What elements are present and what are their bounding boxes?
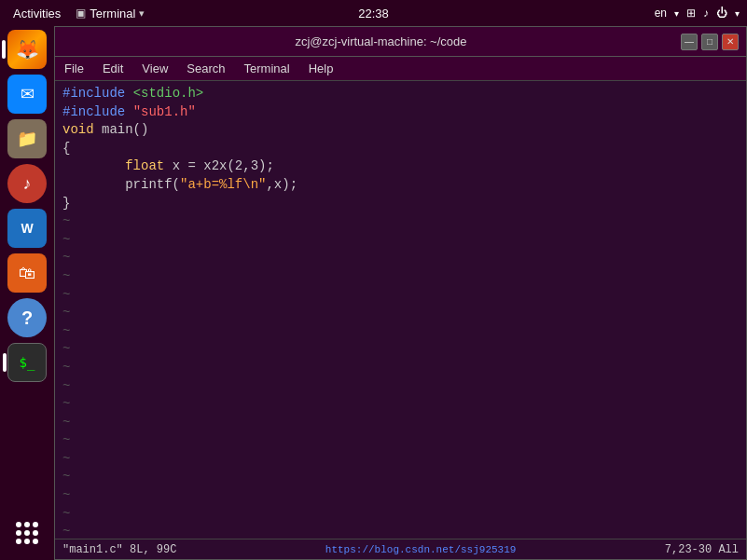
minimize-button[interactable]: — [681, 34, 698, 50]
code-line-1: #include <stdio.h> [62, 85, 739, 103]
terminal-titlebar: zcj@zcj-virtual-machine: ~/code — □ ✕ [55, 27, 746, 57]
terminal-dock-icon: $_ [20, 355, 35, 370]
close-button[interactable]: ✕ [722, 34, 739, 50]
system-bar-left: Activities ▣ Terminal ▾ [7, 5, 145, 22]
dock-item-files[interactable]: 📁 [7, 119, 47, 158]
menu-file[interactable]: File [61, 60, 88, 77]
menu-edit[interactable]: Edit [99, 60, 127, 77]
tilde-2: ~ [62, 231, 739, 250]
dock-item-appstore[interactable]: 🛍 [7, 253, 47, 293]
locale-dropdown-icon[interactable]: ▾ [674, 8, 679, 19]
dock-item-apps[interactable] [7, 513, 47, 553]
appstore-icon: 🛍 [19, 264, 35, 283]
system-bar-center: 22:38 [358, 7, 389, 20]
dock-item-writer[interactable]: W [7, 209, 47, 248]
tilde-10: ~ [62, 377, 739, 396]
dock-item-rhythmbox[interactable]: ♪ [7, 164, 47, 203]
menu-help[interactable]: Help [305, 60, 338, 77]
terminal-content[interactable]: #include <stdio.h> #include "sub1.h" voi… [55, 81, 746, 539]
menu-view[interactable]: View [138, 60, 172, 77]
dock: 🦊 ✉ 📁 ♪ W 🛍 ? $_ [0, 26, 54, 560]
help-icon: ? [21, 307, 33, 329]
tilde-7: ~ [62, 322, 739, 341]
tilde-17: ~ [62, 505, 739, 524]
tilde-14: ~ [62, 450, 739, 469]
code-line-8: } [62, 195, 739, 213]
power-icon[interactable]: ⏻ [716, 7, 727, 20]
apps-grid-icon [16, 522, 38, 544]
tilde-5: ~ [62, 286, 739, 305]
files-icon: 📁 [17, 129, 37, 149]
terminal-statusbar: "main1.c" 8L, 99C https://blog.csdn.net/… [55, 539, 746, 559]
dock-item-thunderbird[interactable]: ✉ [7, 75, 47, 114]
rhythmbox-icon: ♪ [23, 174, 32, 194]
tilde-3: ~ [62, 249, 739, 267]
locale-label[interactable]: en [655, 7, 667, 20]
tilde-11: ~ [62, 395, 739, 414]
volume-icon[interactable]: ♪ [703, 7, 709, 20]
code-line-6: float x = x2x(2,3); [62, 157, 739, 176]
system-bar-right: en ▾ ⊞ ♪ ⏻ ▾ [655, 7, 740, 20]
tilde-18: ~ [62, 523, 739, 539]
terminal-indicator: ▣ [76, 7, 86, 20]
tilde-8: ~ [62, 340, 739, 359]
tilde-13: ~ [62, 431, 739, 450]
menu-search[interactable]: Search [183, 60, 228, 77]
statusbar-position: 7,23-30 All [665, 543, 739, 556]
dock-item-firefox[interactable]: 🦊 [7, 30, 47, 69]
code-line-7: printf("a+b=%lf\n",x); [62, 176, 739, 195]
terminal-button[interactable]: Terminal [90, 7, 135, 20]
tilde-4: ~ [62, 267, 739, 286]
tilde-12: ~ [62, 414, 739, 432]
tilde-9: ~ [62, 359, 739, 377]
terminal-title: zcj@zcj-virtual-machine: ~/code [81, 34, 681, 48]
window-controls: — □ ✕ [681, 34, 739, 50]
firefox-icon: 🦊 [16, 38, 39, 61]
power-dropdown-icon[interactable]: ▾ [735, 8, 740, 19]
dock-item-help[interactable]: ? [7, 298, 47, 337]
thunderbird-icon: ✉ [21, 84, 35, 104]
main-layout: 🦊 ✉ 📁 ♪ W 🛍 ? $_ [0, 26, 747, 560]
system-time: 22:38 [358, 7, 389, 20]
statusbar-file-info: "main1.c" 8L, 99C [62, 543, 176, 556]
system-bar: Activities ▣ Terminal ▾ 22:38 en ▾ ⊞ ♪ ⏻… [0, 0, 747, 26]
terminal-menubar: File Edit View Search Terminal Help [55, 57, 746, 81]
network-icon[interactable]: ⊞ [686, 7, 696, 20]
dock-item-terminal[interactable]: $_ [7, 343, 47, 382]
activities-button[interactable]: Activities [7, 5, 66, 22]
tilde-6: ~ [62, 304, 739, 322]
tilde-16: ~ [62, 486, 739, 505]
terminal-window: zcj@zcj-virtual-machine: ~/code — □ ✕ Fi… [54, 26, 747, 560]
code-line-5: { [62, 140, 739, 158]
code-line-4: void main() [62, 121, 739, 140]
maximize-button[interactable]: □ [701, 34, 718, 50]
terminal-dropdown-icon[interactable]: ▾ [139, 7, 145, 20]
writer-icon: W [21, 221, 33, 236]
tilde-1: ~ [62, 212, 739, 231]
menu-terminal[interactable]: Terminal [241, 60, 294, 77]
statusbar-url: https://blog.csdn.net/ssj925319 [325, 544, 517, 555]
tilde-15: ~ [62, 468, 739, 486]
code-line-2: #include "sub1.h" [62, 103, 739, 122]
